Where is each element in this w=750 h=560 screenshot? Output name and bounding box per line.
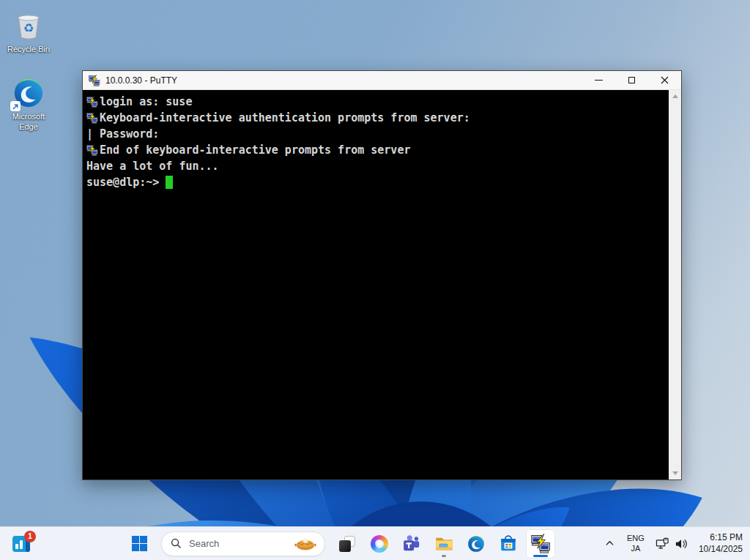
close-icon: [661, 76, 669, 84]
file-explorer-button[interactable]: [429, 529, 458, 559]
recycle-bin-icon: [12, 9, 45, 42]
terminal-scrollbar[interactable]: [669, 90, 681, 479]
language-secondary: JA: [623, 544, 648, 554]
network-icon: [656, 537, 669, 550]
desktop-icon-recycle-bin[interactable]: Recycle Bin: [0, 9, 57, 55]
maximize-icon: [628, 77, 635, 83]
minimize-button[interactable]: [582, 71, 615, 89]
edge-button[interactable]: [461, 529, 491, 559]
terminal-cursor: [166, 176, 173, 189]
widgets-button[interactable]: 1: [9, 531, 34, 556]
scroll-down-icon: [672, 471, 678, 475]
putty-window: 10.0.0.30 - PuTTY login as: suse Keyboar…: [82, 70, 682, 480]
taskbar: 1 Search: [0, 526, 750, 560]
store-icon: [499, 534, 518, 553]
start-button[interactable]: [125, 529, 154, 559]
store-button[interactable]: [494, 529, 523, 559]
language-primary: ENG: [623, 534, 648, 544]
file-explorer-icon: [434, 534, 454, 553]
putty-window-icon[interactable]: [89, 75, 100, 86]
search-box[interactable]: Search: [161, 531, 325, 556]
chevron-up-icon: [605, 539, 615, 548]
close-button[interactable]: [648, 71, 681, 89]
putty-prompt-icon: [86, 112, 100, 124]
putty-titlebar[interactable]: 10.0.0.30 - PuTTY: [83, 71, 681, 90]
desktop[interactable]: Recycle Bin Microsoft Edge 10.0.0.30 - P…: [0, 0, 750, 560]
tray-overflow-button[interactable]: [601, 534, 619, 554]
terminal-line: End of keyboard-interactive prompts from…: [86, 142, 681, 158]
terminal-line: login as: suse: [86, 94, 681, 110]
tray-date: 10/14/2025: [699, 544, 743, 556]
desktop-icon-microsoft-edge[interactable]: Microsoft Edge: [0, 76, 57, 132]
volume-icon: [675, 537, 688, 550]
scroll-up-icon: [672, 94, 678, 98]
scroll-down-button[interactable]: [669, 467, 681, 479]
search-daily-art-icon: [294, 536, 317, 552]
teams-icon: [402, 534, 421, 553]
scroll-up-button[interactable]: [669, 90, 681, 102]
tray-time: 6:15 PM: [699, 532, 743, 544]
copilot-button[interactable]: [365, 529, 394, 559]
shortcut-arrow-icon: [10, 101, 21, 111]
teams-button[interactable]: [397, 529, 426, 559]
edge-icon: [467, 534, 486, 553]
search-icon: [171, 538, 182, 549]
notification-badge: 1: [24, 531, 36, 542]
copilot-icon: [371, 535, 388, 553]
task-view-button[interactable]: [333, 529, 362, 559]
system-tray-status[interactable]: [653, 537, 691, 550]
language-indicator[interactable]: ENG JA: [623, 534, 648, 554]
task-view-icon: [339, 536, 355, 552]
maximize-button[interactable]: [615, 71, 648, 89]
putty-prompt-icon: [86, 144, 100, 156]
desktop-icon-label: Recycle Bin: [7, 45, 50, 55]
terminal-line: Have a lot of fun...: [86, 158, 681, 174]
clock[interactable]: 6:15 PM 10/14/2025: [696, 532, 743, 555]
terminal-line: Keyboard-interactive authentication prom…: [86, 110, 681, 126]
terminal-prompt-line: suse@dlp:~>: [86, 174, 681, 190]
search-placeholder: Search: [189, 538, 294, 549]
putty-icon: [531, 534, 551, 553]
desktop-icon-label: Microsoft Edge: [2, 112, 55, 132]
running-indicator: [442, 555, 446, 557]
putty-prompt-icon: [86, 96, 100, 108]
terminal-line: | Password:: [86, 126, 681, 142]
shell-prompt: suse@dlp:~>: [86, 174, 159, 190]
minimize-icon: [595, 80, 603, 81]
start-icon: [131, 535, 148, 552]
terminal-screen[interactable]: login as: suse Keyboard-interactive auth…: [83, 90, 681, 479]
putty-taskbar-button[interactable]: [526, 529, 555, 559]
window-title: 10.0.0.30 - PuTTY: [105, 75, 177, 86]
active-window-indicator: [533, 555, 548, 557]
